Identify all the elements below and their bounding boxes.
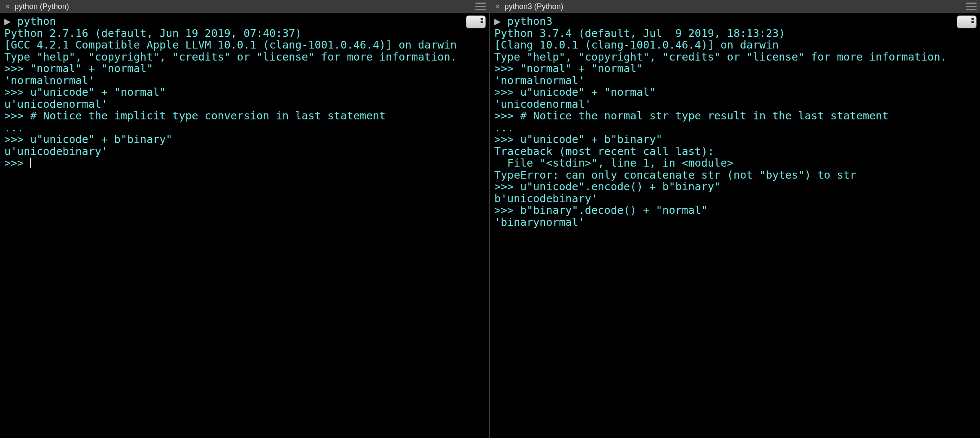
left-tabbar: × python (Python) — [0, 0, 489, 13]
left-pane: × python (Python) ▶ python Python 2.7.16… — [0, 0, 490, 438]
prompt-arrow-icon: ▶ — [4, 15, 17, 27]
right-terminal-body: Python 3.7.4 (default, Jul 9 2019, 18:13… — [494, 27, 947, 228]
right-tab-title[interactable]: python3 (Python) — [505, 2, 563, 11]
right-terminal[interactable]: ▶ python3 Python 3.7.4 (default, Jul 9 2… — [490, 13, 980, 438]
close-icon[interactable]: × — [3, 2, 15, 11]
right-tabbar: × python3 (Python) — [490, 0, 980, 13]
close-icon[interactable]: × — [493, 2, 505, 11]
device-icon — [957, 15, 977, 28]
hamburger-icon[interactable] — [475, 3, 486, 10]
left-terminal[interactable]: ▶ python Python 2.7.16 (default, Jun 19 … — [0, 13, 489, 438]
left-terminal-body: Python 2.7.16 (default, Jun 19 2019, 07:… — [4, 27, 457, 170]
split-container: × python (Python) ▶ python Python 2.7.16… — [0, 0, 980, 438]
left-tab-title[interactable]: python (Python) — [15, 2, 69, 11]
prompt-arrow-icon: ▶ — [494, 15, 507, 27]
text-cursor — [30, 158, 31, 168]
right-command: python3 — [507, 15, 552, 27]
left-command: python — [17, 15, 56, 27]
right-pane: × python3 (Python) ▶ python3 Python 3.7.… — [490, 0, 980, 438]
device-icon — [466, 15, 486, 28]
hamburger-icon[interactable] — [966, 3, 977, 10]
